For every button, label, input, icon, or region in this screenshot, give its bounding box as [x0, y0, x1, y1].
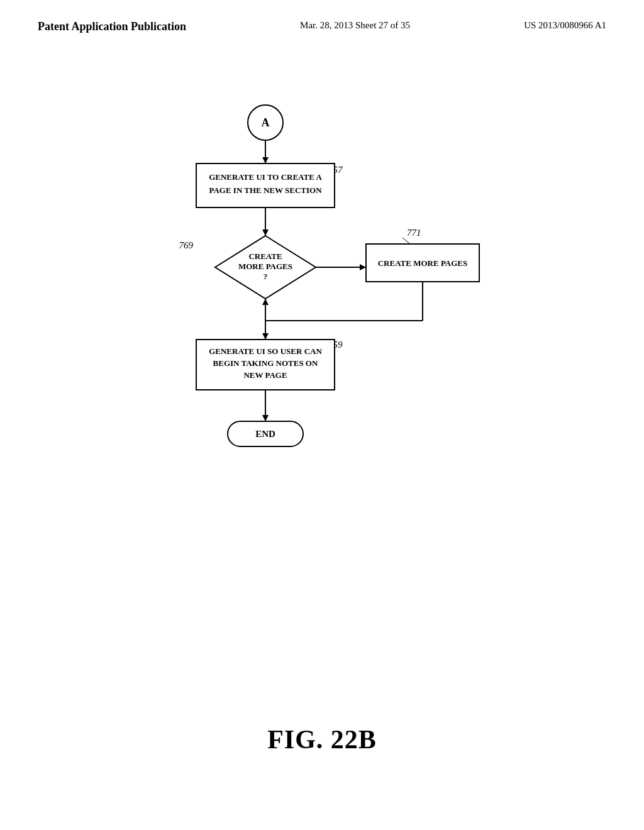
svg-marker-3	[262, 157, 269, 163]
figure-label: FIG. 22B	[267, 724, 377, 755]
svg-text:MORE PAGES: MORE PAGES	[238, 262, 292, 271]
flowchart-svg: A 757 GENERATE UI TO CREATE A PAGE IN TH…	[146, 101, 498, 541]
page-header: Patent Application Publication Mar. 28, …	[0, 0, 644, 35]
svg-text:769: 769	[179, 240, 194, 250]
flowchart-diagram: A 757 GENERATE UI TO CREATE A PAGE IN TH…	[133, 101, 511, 541]
svg-text:CREATE: CREATE	[248, 252, 282, 261]
svg-text:NEW PAGE: NEW PAGE	[243, 370, 287, 380]
svg-marker-27	[262, 333, 269, 340]
svg-text:?: ?	[264, 272, 268, 281]
svg-text:GENERATE UI SO USER CAN: GENERATE UI SO USER CAN	[209, 346, 322, 356]
svg-text:PAGE IN THE NEW SECTION: PAGE IN THE NEW SECTION	[209, 185, 322, 195]
svg-text:771: 771	[407, 228, 421, 238]
patent-number-label: US 2013/0080966 A1	[524, 19, 606, 32]
svg-marker-17	[360, 264, 366, 270]
svg-line-19	[402, 238, 410, 244]
svg-marker-35	[262, 415, 269, 421]
svg-text:GENERATE UI TO CREATE A: GENERATE UI TO CREATE A	[209, 172, 322, 182]
date-sheet-label: Mar. 28, 2013 Sheet 27 of 35	[300, 19, 410, 32]
svg-text:CREATE MORE PAGES: CREATE MORE PAGES	[378, 258, 468, 268]
svg-text:BEGIN TAKING NOTES ON: BEGIN TAKING NOTES ON	[213, 358, 318, 368]
publication-label: Patent Application Publication	[38, 19, 186, 35]
svg-marker-10	[262, 230, 269, 236]
svg-text:END: END	[255, 429, 275, 439]
svg-text:A: A	[262, 116, 270, 129]
